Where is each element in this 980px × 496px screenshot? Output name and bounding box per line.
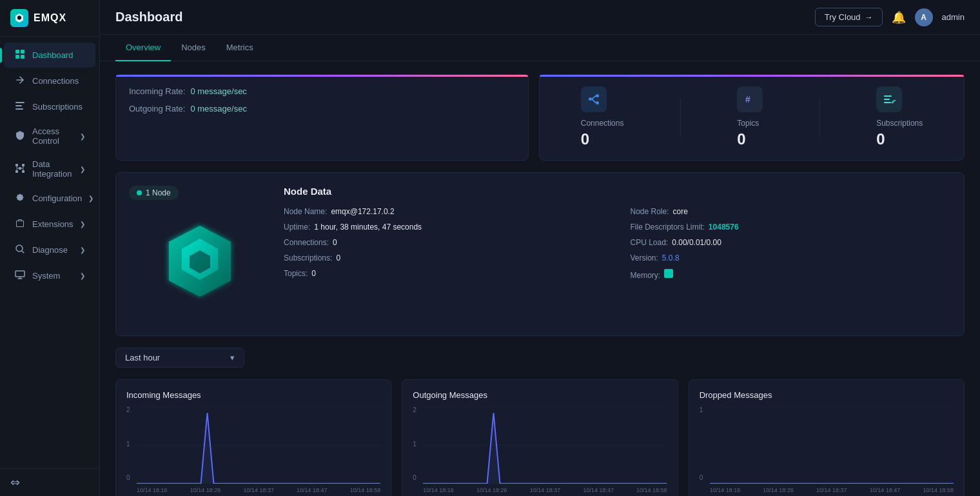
configuration-chevron: ❯ [88, 195, 93, 202]
incoming-y-max: 2 [126, 406, 134, 413]
dashboard-icon [14, 49, 26, 61]
svg-rect-2 [15, 55, 19, 59]
connections-stat-value: 0 [581, 130, 624, 148]
dropped-x-3: 10/14 18:47 [870, 487, 901, 493]
page-title: Dashboard [115, 10, 182, 25]
data-integration-chevron: ❯ [80, 166, 85, 173]
tab-nodes[interactable]: Nodes [171, 35, 216, 61]
svg-rect-7 [15, 164, 18, 166]
svg-text:#: # [745, 94, 750, 104]
incoming-y-min: 0 [126, 474, 134, 481]
svg-rect-14 [589, 97, 592, 101]
time-selector-arrow-icon: ▾ [230, 353, 235, 362]
system-label: System [32, 271, 60, 281]
connections-stat-label: Connections [581, 119, 624, 128]
main-content-area: Dashboard Try Cloud → 🔔 A admin Overview… [100, 0, 980, 496]
incoming-x-2: 10/14 18:37 [243, 487, 274, 493]
topics-stat-label: Topics [737, 119, 763, 128]
outgoing-x-4: 10/14 18:58 [636, 487, 667, 493]
notification-bell-icon[interactable]: 🔔 [892, 10, 906, 25]
sidebar-item-diagnose[interactable]: Diagnose ❯ [4, 237, 95, 263]
divider-1 [680, 98, 681, 137]
try-cloud-button[interactable]: Try Cloud → [815, 8, 883, 26]
svg-rect-1 [21, 50, 24, 54]
svg-rect-10 [15, 170, 18, 173]
outgoing-x-2: 10/14 18:37 [530, 487, 561, 493]
uptime-row: Uptime: 1 hour, 38 minutes, 47 seconds [284, 223, 605, 232]
summary-topics: # Topics 0 [737, 86, 763, 148]
system-icon [14, 270, 26, 282]
data-integration-icon [14, 163, 26, 175]
time-selector[interactable]: Last hour ▾ [115, 348, 244, 368]
node-status-dot [137, 190, 142, 195]
topics-stat-value: 0 [737, 130, 763, 148]
time-selector-row: Last hour ▾ [115, 348, 965, 368]
sidebar-item-data-integration[interactable]: Data Integration ❯ [4, 153, 95, 185]
sidebar: EMQX Dashboard Connections [0, 0, 100, 496]
access-control-icon [14, 130, 26, 143]
incoming-x-0: 10/14 18:16 [137, 487, 168, 493]
svg-rect-13 [15, 271, 24, 277]
sidebar-item-access-control[interactable]: Access Control ❯ [4, 120, 95, 152]
svg-marker-24 [137, 413, 380, 484]
subscriptions-label: Subscriptions [32, 102, 83, 112]
node-count-badge: 1 Node [129, 186, 179, 200]
diagnose-icon [14, 244, 26, 256]
access-control-chevron: ❯ [80, 133, 85, 140]
tab-metrics[interactable]: Metrics [216, 35, 264, 61]
node-visual [129, 206, 271, 322]
incoming-chart-title: Incoming Messages [126, 390, 380, 400]
outgoing-y-min: 0 [413, 474, 420, 481]
node-subscriptions-row: Subscriptions: 0 [284, 253, 605, 263]
summary-subscriptions: Subscriptions 0 [876, 86, 923, 148]
topics-row: Topics: 0 [284, 269, 605, 280]
node-data-title: Node Data [284, 186, 951, 197]
sidebar-item-configuration[interactable]: Configuration ❯ [4, 186, 95, 211]
dropped-y-max: 1 [700, 406, 707, 413]
sidebar-item-connections[interactable]: Connections [4, 68, 95, 94]
sidebar-item-subscriptions[interactable]: Subscriptions [4, 94, 95, 119]
connections-icon [14, 75, 26, 87]
subscriptions-stat-icon [876, 86, 902, 112]
sidebar-item-extensions[interactable]: Extensions ❯ [4, 212, 95, 237]
outgoing-y-mid: 1 [413, 441, 420, 448]
outgoing-x-3: 10/14 18:47 [583, 487, 614, 493]
tab-overview[interactable]: Overview [115, 35, 171, 61]
node-badge-label: 1 Node [146, 188, 171, 197]
logo-text: EMQX [34, 12, 66, 24]
diagnose-chevron: ❯ [80, 246, 85, 253]
connections-stat-icon [581, 86, 607, 112]
node-data-grid: Node Name: emqx@172.17.0.2 Node Role: co… [284, 207, 951, 280]
sidebar-item-system[interactable]: System ❯ [4, 263, 95, 288]
outgoing-chart-svg [423, 406, 667, 484]
memory-bar [664, 269, 673, 278]
logo-icon [10, 9, 28, 27]
incoming-rate-label: Incoming Rate: [129, 86, 185, 96]
summary-card: Connections 0 # Topics 0 [539, 74, 965, 161]
data-integration-label: Data Integration [32, 159, 74, 179]
cpu-load-row: CPU Load: 0.00/0.01/0.00 [631, 238, 952, 247]
node-role-row: Node Role: core [631, 207, 952, 216]
dropped-chart-title: Dropped Messages [700, 390, 954, 400]
svg-rect-8 [22, 164, 24, 166]
dropped-y-min: 0 [700, 474, 707, 481]
try-cloud-label: Try Cloud [825, 12, 861, 22]
incoming-x-1: 10/14 18:26 [190, 487, 221, 493]
rates-card: Incoming Rate: 0 message/sec Outgoing Ra… [115, 74, 529, 161]
svg-rect-0 [15, 50, 19, 54]
main-header: Dashboard Try Cloud → 🔔 A admin [100, 0, 980, 35]
incoming-rate-row: Incoming Rate: 0 message/sec [129, 86, 515, 96]
dashboard-label: Dashboard [32, 50, 74, 60]
incoming-y-mid: 1 [126, 441, 134, 448]
collapse-icon[interactable]: ⇔ [10, 476, 20, 489]
header-right: Try Cloud → 🔔 A admin [815, 8, 965, 26]
stats-row: Incoming Rate: 0 message/sec Outgoing Ra… [115, 74, 965, 161]
svg-rect-5 [15, 105, 22, 106]
incoming-messages-chart: Incoming Messages 2 1 0 [115, 379, 391, 496]
diagnose-label: Diagnose [32, 245, 68, 255]
sidebar-item-dashboard[interactable]: Dashboard [4, 43, 95, 68]
dropped-chart-svg [710, 406, 954, 484]
svg-rect-16 [596, 101, 599, 104]
incoming-rate-value: 0 message/sec [190, 86, 246, 96]
connections-label: Connections [32, 76, 79, 86]
